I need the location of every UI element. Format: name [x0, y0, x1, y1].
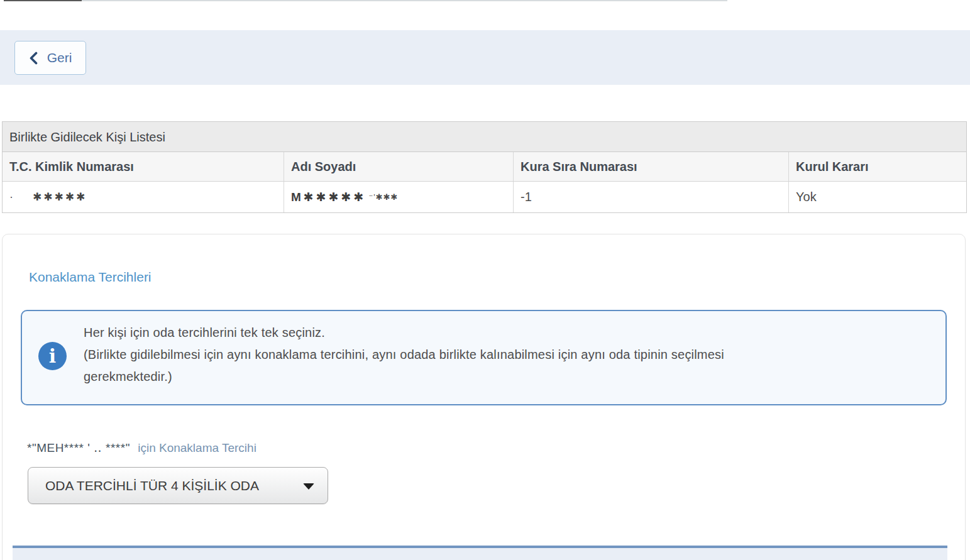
person-list-table: Birlikte Gidilecek Kişi Listesi T.C. Kim…	[2, 121, 967, 213]
info-line-3: gerekmektedir.)	[84, 366, 920, 388]
tc-mask-prefix: ·	[9, 190, 13, 204]
page: Geri Birlikte Gidilecek Kişi Listesi T.C…	[0, 0, 970, 560]
preference-label-name: *"MEH**** ' ‥ ****"	[27, 441, 130, 454]
top-hairline-dark	[4, 0, 82, 1]
cell-tc-kimlik: · ✱✱✱✱✱	[3, 182, 284, 212]
table-header-row: T.C. Kimlik Numarası Adı Soyadı Kura Sır…	[3, 152, 966, 182]
room-type-select-value: ODA TERCİHLİ TÜR 4 KİŞİLİK ODA	[45, 478, 259, 493]
table-row: · ✱✱✱✱✱ M✱✱✱✱✱ ⁻'✱✱✱ -1 Yok	[3, 182, 966, 212]
cell-adi-soyadi: M✱✱✱✱✱ ⁻'✱✱✱	[284, 182, 513, 212]
preference-label: *"MEH**** ' ‥ ****" için Konaklama Terci…	[27, 441, 256, 455]
cell-kurul-karari: Yok	[788, 182, 966, 212]
toolbar: Geri	[0, 30, 970, 85]
cell-kura-sira: -1	[513, 182, 788, 212]
col-header-adi-soyadi: Adı Soyadı	[284, 152, 513, 181]
col-header-kura-sira: Kura Sıra Numarası	[513, 152, 788, 181]
info-line-1: Her kişi için oda tercihlerini tek tek s…	[84, 322, 920, 344]
table-title: Birlikte Gidilecek Kişi Listesi	[3, 122, 966, 152]
panel-title: Konaklama Tercihleri	[29, 270, 152, 285]
back-button-label: Geri	[47, 50, 72, 65]
preference-label-suffix: için Konaklama Tercihi	[138, 441, 256, 454]
caret-down-icon	[303, 483, 314, 490]
room-type-select[interactable]: ODA TERCİHLİ TÜR 4 KİŞİLİK ODA	[28, 467, 328, 504]
next-section-strip	[13, 548, 947, 560]
info-icon: i	[38, 342, 67, 370]
chevron-left-icon	[29, 52, 38, 65]
tc-masked-value: ✱✱✱✱✱	[33, 190, 87, 204]
col-header-kurul-karari: Kurul Kararı	[788, 152, 966, 181]
info-line-2: (Birlikte gidilebilmesi için aynı konakl…	[84, 344, 920, 366]
col-header-tc-kimlik: T.C. Kimlik Numarası	[3, 152, 284, 181]
back-button[interactable]: Geri	[14, 41, 86, 75]
info-text: Her kişi için oda tercihlerini tek tek s…	[84, 322, 920, 388]
top-hairline-light	[82, 0, 727, 1]
name-masked-tail: ⁻'✱✱✱	[368, 192, 398, 202]
name-masked-value: M✱✱✱✱✱	[291, 190, 366, 204]
